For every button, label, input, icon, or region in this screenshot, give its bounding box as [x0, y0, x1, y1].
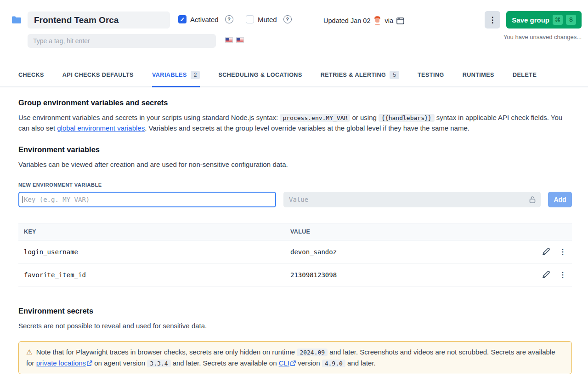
variables-table: KEY VALUE login_username devon_sandoz ⋮ …	[18, 223, 572, 286]
activated-checkbox[interactable]: ✓	[178, 15, 187, 23]
muted-checkbox[interactable]	[246, 15, 254, 23]
tab-runtimes[interactable]: RUNTIMES	[463, 65, 494, 87]
key-column-header: KEY	[18, 223, 285, 240]
tab-testing[interactable]: TESTING	[418, 65, 444, 87]
group-name-input[interactable]	[28, 11, 170, 29]
variable-value: 213098123098	[285, 263, 535, 286]
unlock-icon	[529, 196, 536, 203]
variables-count-badge: 2	[191, 71, 200, 79]
variable-key: login_username	[18, 240, 285, 263]
muted-label: Muted	[258, 16, 277, 23]
text-caret	[23, 196, 23, 203]
env-secrets-description: Secrets are not possible to reveal and u…	[18, 321, 572, 331]
tab-checks[interactable]: CHECKS	[18, 65, 44, 87]
us-flag-icon	[236, 37, 244, 43]
save-group-label: Save group	[512, 16, 549, 24]
external-link-icon	[290, 360, 296, 366]
code-process-env: process.env.MY_VAR	[280, 114, 350, 122]
tab-api-checks-defaults[interactable]: API CHECKS DEFAULTS	[62, 65, 134, 87]
row-menu-button[interactable]: ⋮	[559, 270, 566, 279]
save-group-button[interactable]: Save group ⌘ S	[506, 11, 582, 29]
agent-version-chip: 3.3.4	[147, 360, 170, 367]
muted-help-icon[interactable]: ?	[283, 15, 292, 23]
s-key-badge: S	[566, 15, 576, 25]
cmd-key-badge: ⌘	[553, 15, 563, 25]
location-flags	[225, 37, 244, 43]
activated-label: Activated	[190, 16, 219, 23]
variable-value-input[interactable]	[283, 192, 541, 207]
row-menu-button[interactable]: ⋮	[559, 247, 566, 256]
us-flag-icon	[225, 37, 233, 43]
new-variable-form: Add	[18, 192, 572, 207]
cli-version-chip: 4.9.0	[322, 360, 345, 367]
group-header: ✓ Activated ? Muted ? Updated Jan 02 via…	[0, 0, 588, 51]
table-row: login_username devon_sandoz ⋮	[18, 240, 572, 263]
add-variable-button[interactable]: Add	[548, 192, 572, 207]
tag-input[interactable]	[28, 34, 216, 48]
activated-help-icon[interactable]: ?	[225, 15, 233, 23]
variable-key-input[interactable]	[18, 192, 276, 207]
user-avatar	[373, 16, 381, 25]
variable-value: devon_sandoz	[285, 240, 535, 263]
tab-scheduling-locations[interactable]: SCHEDULING & LOCATIONS	[218, 65, 302, 87]
value-column-header: VALUE	[285, 223, 535, 240]
unsaved-changes-text: You have unsaved changes...	[503, 34, 582, 40]
env-secrets-title: Environment secrets	[18, 307, 572, 315]
edit-variable-button[interactable]	[542, 271, 550, 279]
table-header-row: KEY VALUE	[18, 223, 572, 240]
tab-variables[interactable]: VARIABLES 2	[152, 65, 200, 87]
warning-icon: ⚠	[26, 348, 32, 356]
edit-variable-button[interactable]	[542, 248, 550, 256]
updated-timestamp: Updated Jan 02	[323, 17, 370, 24]
table-row: favorite_item_id 213098123098 ⋮	[18, 263, 572, 286]
variable-key: favorite_item_id	[18, 263, 285, 286]
via-label: via	[384, 17, 393, 24]
secrets-warning-note: ⚠ Note that for Playwright traces in bro…	[18, 341, 572, 374]
section-title: Group environment variables and secrets	[18, 98, 572, 107]
env-variables-title: Environment variables	[18, 145, 572, 154]
tab-delete[interactable]: DELETE	[513, 65, 537, 87]
private-locations-link[interactable]: private locations	[36, 359, 86, 367]
runtime-version-chip: 2024.09	[297, 348, 328, 356]
global-env-vars-link[interactable]: global environment variables	[57, 124, 145, 132]
external-link-icon	[87, 360, 92, 366]
tab-retries-alerting[interactable]: RETRIES & ALERTING 5	[321, 65, 399, 87]
folder-icon	[11, 15, 22, 24]
more-actions-button[interactable]: ⋮	[485, 11, 500, 29]
browser-icon	[396, 17, 404, 24]
group-tabs: CHECKS API CHECKS DEFAULTS VARIABLES 2 S…	[0, 65, 588, 87]
variables-panel: Group environment variables and secrets …	[0, 87, 588, 377]
retries-count-badge: 5	[390, 71, 399, 79]
cli-link[interactable]: CLI	[279, 359, 289, 367]
section-description: Use environment variables and secrets in…	[18, 113, 572, 133]
new-env-variable-label: NEW ENVIRONMENT VARIABLE	[18, 182, 572, 188]
env-variables-description: Variables can be viewed after creation a…	[18, 160, 572, 170]
code-handlebars: {{handlebars}}	[379, 114, 435, 122]
